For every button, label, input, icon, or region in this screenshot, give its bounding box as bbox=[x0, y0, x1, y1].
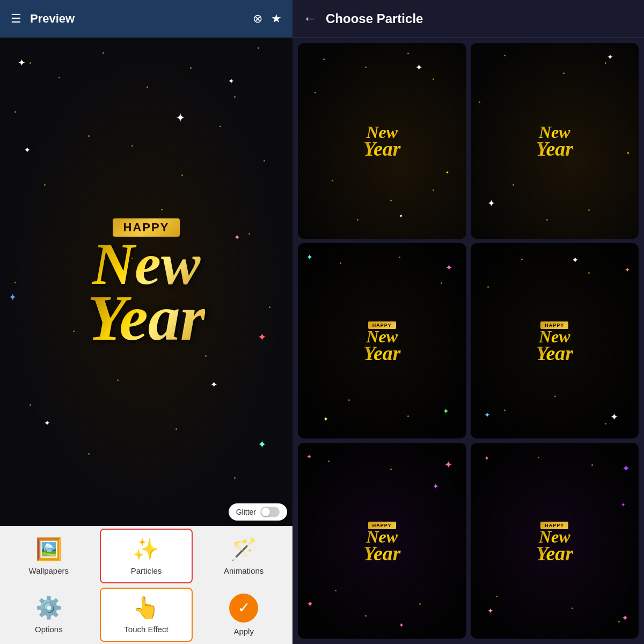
particle-item-1[interactable]: ✦ ✦ ✦ New Year bbox=[298, 43, 466, 239]
particle-item-2[interactable]: ✦ ✦ ✦ New Year bbox=[471, 43, 639, 239]
mini-card-text-5: HAPPY New Year bbox=[363, 519, 401, 562]
options-label: Options bbox=[35, 625, 63, 634]
particle-bg-4: ✦ ✦ ✦ ✦ HAPPY New Year bbox=[471, 243, 639, 439]
mini-card-text-6: HAPPY New Year bbox=[536, 519, 573, 562]
left-panel: ☰ Preview ⊗ ★ bbox=[0, 0, 292, 644]
preview-background: ✦ ✦ ✦ ✦ ✦ ✦ ✦ ✦ ✦ ✦ HAPPY New Year Glitt… bbox=[0, 38, 292, 526]
apply-button[interactable]: ✓ Apply bbox=[195, 586, 292, 645]
wallpapers-icon: 🖼️ bbox=[35, 537, 62, 562]
touch-effect-label: Touch Effect bbox=[124, 625, 168, 634]
wallpapers-button[interactable]: 🖼️ Wallpapers bbox=[0, 526, 98, 586]
particles-icon: ✨ bbox=[133, 537, 159, 562]
particle-item-5[interactable]: ✦ ✦ ✦ ✦ ✦ HAPPY New Year bbox=[298, 443, 466, 639]
apply-label: Apply bbox=[233, 627, 254, 636]
wallpapers-label: Wallpapers bbox=[29, 566, 69, 575]
right-panel: ← Choose Particle ✦ ✦ ✦ New Year bbox=[292, 0, 644, 644]
touch-effect-icon: 👆 bbox=[133, 595, 159, 620]
new-year-text: HAPPY New Year bbox=[87, 218, 206, 346]
particle-bg-2: ✦ ✦ ✦ New Year bbox=[471, 43, 639, 239]
header-icons: ⊗ ★ bbox=[253, 12, 282, 26]
menu-icon[interactable]: ☰ bbox=[11, 12, 21, 26]
right-header: ← Choose Particle bbox=[292, 0, 644, 38]
particle-item-6[interactable]: ✦ ✦ ✦ ✦ ✦ HAPPY New Year bbox=[471, 443, 639, 639]
options-button[interactable]: ⚙️ Options bbox=[0, 586, 98, 645]
star-icon[interactable]: ★ bbox=[271, 12, 282, 26]
touch-effect-button[interactable]: 👆 Touch Effect bbox=[100, 588, 193, 642]
particle-item-3[interactable]: ✦ ✦ ✦ ✦ HAPPY New Year bbox=[298, 243, 466, 439]
particle-bg-1: ✦ ✦ ✦ New Year bbox=[298, 43, 466, 239]
particle-bg-5: ✦ ✦ ✦ ✦ ✦ HAPPY New Year bbox=[298, 443, 466, 639]
mini-card-text-2: New Year bbox=[536, 125, 573, 157]
toggle-knob bbox=[261, 508, 270, 516]
preview-title: Preview bbox=[30, 12, 244, 26]
share-icon[interactable]: ⊗ bbox=[253, 12, 262, 26]
year-text: Year bbox=[87, 291, 206, 346]
mini-card-text-3: HAPPY New Year bbox=[363, 319, 401, 362]
apply-circle: ✓ bbox=[229, 594, 258, 623]
mini-card-text-4: HAPPY New Year bbox=[536, 319, 573, 362]
glitter-toggle-container: Glitter bbox=[229, 503, 287, 521]
particles-button[interactable]: ✨ Particles bbox=[100, 529, 193, 583]
app-header: ☰ Preview ⊗ ★ bbox=[0, 0, 292, 38]
preview-area: ✦ ✦ ✦ ✦ ✦ ✦ ✦ ✦ ✦ ✦ HAPPY New Year Glitt… bbox=[0, 38, 292, 526]
particle-grid: ✦ ✦ ✦ New Year ✦ ✦ ✦ bbox=[292, 38, 644, 644]
glitter-toggle[interactable] bbox=[260, 507, 280, 517]
animations-label: Animations bbox=[224, 566, 264, 575]
animations-icon: 🪄 bbox=[230, 537, 257, 562]
particles-label: Particles bbox=[131, 566, 162, 575]
mini-card-text-1: New Year bbox=[363, 125, 401, 157]
particle-item-4[interactable]: ✦ ✦ ✦ ✦ HAPPY New Year bbox=[471, 243, 639, 439]
choose-particle-title: Choose Particle bbox=[326, 11, 423, 26]
glitter-label: Glitter bbox=[236, 508, 256, 516]
particle-bg-3: ✦ ✦ ✦ ✦ HAPPY New Year bbox=[298, 243, 466, 439]
animations-button[interactable]: 🪄 Animations bbox=[195, 526, 292, 586]
options-icon: ⚙️ bbox=[35, 595, 62, 620]
toolbar: 🖼️ Wallpapers ✨ Particles 🪄 Animations ⚙… bbox=[0, 526, 292, 644]
back-button[interactable]: ← bbox=[303, 10, 317, 27]
particle-bg-6: ✦ ✦ ✦ ✦ ✦ HAPPY New Year bbox=[471, 443, 639, 639]
